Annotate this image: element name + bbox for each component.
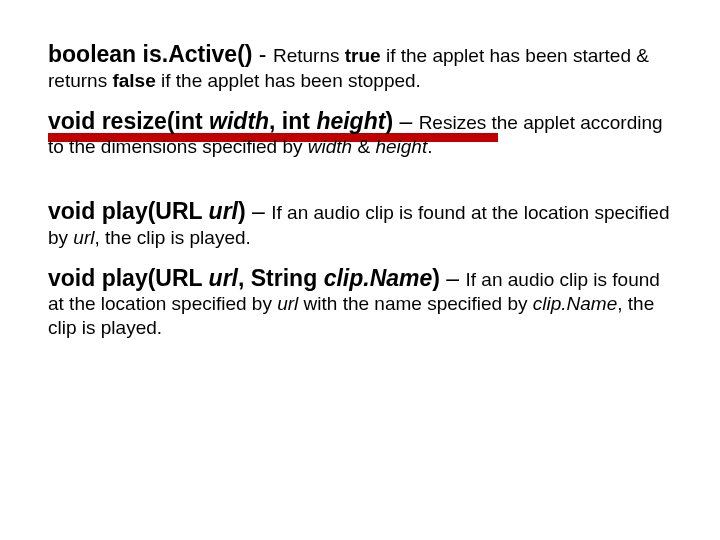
param-ref: url (73, 227, 94, 248)
method-description: & (352, 136, 375, 157)
separator-dash: - (252, 41, 272, 67)
method-signature: ) (432, 265, 440, 291)
param-clipname: clip.Name (324, 265, 433, 291)
method-entry: void resize(int width, int height) – Res… (48, 107, 672, 160)
param-ref: width (308, 136, 352, 157)
method-signature: , String (238, 265, 324, 291)
keyword-false: false (112, 70, 155, 91)
separator-dash: – (393, 108, 419, 134)
param-height: height (316, 108, 385, 134)
method-description: . (427, 136, 432, 157)
method-signature: void play(URL (48, 265, 209, 291)
separator-dash: – (440, 265, 466, 291)
method-description: , the clip is played. (94, 227, 250, 248)
spacer (48, 173, 672, 197)
method-entry: void play(URL url) – If an audio clip is… (48, 197, 672, 250)
method-description: with the name specified by (298, 293, 532, 314)
param-ref: url (277, 293, 298, 314)
method-signature: boolean is.Active() (48, 41, 252, 67)
keyword-true: true (345, 45, 381, 66)
param-url: url (209, 265, 238, 291)
method-signature: void resize(int (48, 108, 209, 134)
method-description: if the applet has been stopped. (156, 70, 421, 91)
method-entry: boolean is.Active() - Returns true if th… (48, 40, 672, 93)
param-ref: height (375, 136, 427, 157)
method-description: Returns (273, 45, 345, 66)
method-signature: ) (238, 198, 246, 224)
method-signature: ) (385, 108, 393, 134)
param-url: url (209, 198, 238, 224)
param-ref: clip.Name (533, 293, 617, 314)
method-signature: void play(URL (48, 198, 209, 224)
slide: boolean is.Active() - Returns true if th… (0, 0, 720, 540)
method-entry: void play(URL url, String clip.Name) – I… (48, 264, 672, 340)
separator-dash: – (246, 198, 272, 224)
method-signature: , int (269, 108, 316, 134)
param-width: width (209, 108, 269, 134)
